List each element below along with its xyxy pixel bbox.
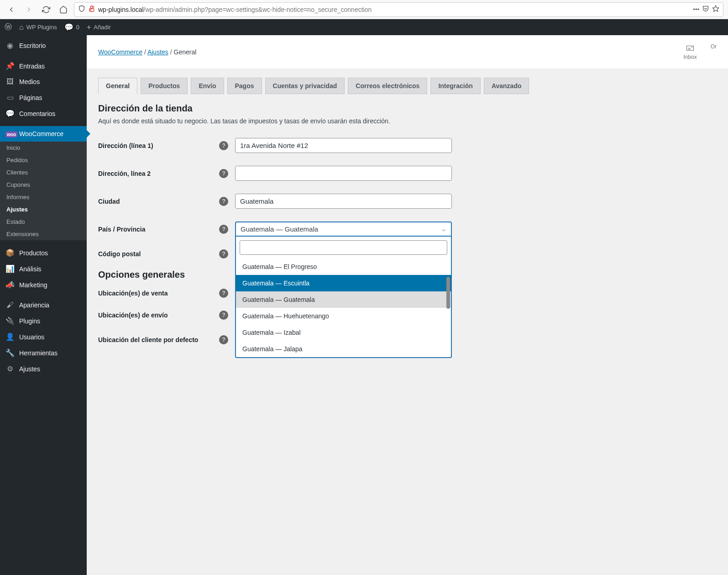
add-new-link[interactable]: +Añadir	[87, 23, 111, 32]
url-text: wp-plugins.local/wp-admin/admin.php?page…	[98, 6, 690, 13]
sliders-icon: ⚙	[5, 364, 15, 373]
pocket-icon[interactable]	[702, 5, 709, 14]
svg-marker-2	[712, 5, 718, 11]
browser-toolbar: wp-plugins.local/wp-admin/admin.php?page…	[0, 0, 728, 19]
menu-ajustes[interactable]: ⚙Ajustes	[0, 361, 87, 377]
insecure-icon	[88, 5, 95, 14]
menu-dashboard[interactable]: ◉Escritorio	[0, 37, 87, 53]
submenu-cupones[interactable]: Cupones	[0, 179, 87, 191]
comment-icon: 💬	[64, 23, 73, 32]
tab-pagos[interactable]: Pagos	[227, 78, 262, 94]
tab-envio[interactable]: Envío	[191, 78, 224, 94]
country-label: País / Provincia	[98, 226, 219, 233]
menu-productos[interactable]: 📦Productos	[0, 245, 87, 261]
address1-input[interactable]	[235, 138, 452, 153]
address2-input[interactable]	[235, 166, 452, 181]
menu-analisis[interactable]: 📊Análisis	[0, 261, 87, 277]
user-icon: 👤	[5, 332, 15, 341]
more-icon[interactable]: •••	[693, 6, 699, 13]
section-desc: Aquí es donde está situado tu negocio. L…	[98, 117, 717, 125]
country-dropdown: Guatemala — El Progreso Guatemala — Escu…	[235, 237, 452, 358]
submenu-informes[interactable]: Informes	[0, 191, 87, 203]
dashboard-icon: ◉	[5, 41, 15, 50]
dropdown-option[interactable]: Guatemala — Escuintla	[236, 275, 451, 291]
settings-tabs: General Productos Envío Pagos Cuentas y …	[87, 69, 728, 94]
page-icon: ▭	[5, 93, 15, 102]
help-icon[interactable]: ?	[219, 249, 228, 258]
menu-media[interactable]: 🖼Medios	[0, 74, 87, 90]
wp-logo[interactable]: ⓦ	[5, 22, 12, 32]
shield-icon	[78, 5, 85, 14]
breadcrumb-current: General	[174, 48, 197, 56]
help-icon[interactable]: ?	[219, 311, 228, 320]
comment-icon: 💬	[5, 109, 15, 118]
city-input[interactable]	[235, 194, 452, 209]
country-select[interactable]: Guatemala — Guatemala	[235, 222, 452, 237]
dropdown-option[interactable]: Guatemala — Jalapa	[236, 341, 451, 357]
submenu-ajustes[interactable]: Ajustes	[0, 203, 87, 216]
tab-cuentas[interactable]: Cuentas y privacidad	[265, 78, 345, 94]
dropdown-option[interactable]: Guatemala — Guatemala	[236, 291, 451, 308]
menu-pages[interactable]: ▭Páginas	[0, 90, 87, 106]
dropdown-option[interactable]: Guatemala — El Progreso	[236, 258, 451, 275]
admin-sidebar: ◉Escritorio 📌Entradas 🖼Medios ▭Páginas 💬…	[0, 35, 87, 575]
dropdown-option[interactable]: Guatemala — Izabal	[236, 324, 451, 341]
scrollbar-thumb[interactable]	[446, 277, 450, 309]
site-link[interactable]: ⌂WP Plugins	[19, 23, 57, 32]
help-icon[interactable]: ?	[219, 289, 228, 298]
submenu-inicio[interactable]: Inicio	[0, 142, 87, 154]
menu-apariencia[interactable]: 🖌Apariencia	[0, 297, 87, 313]
menu-marketing[interactable]: 📣Marketing	[0, 277, 87, 293]
bookmark-icon[interactable]	[712, 5, 719, 14]
box-icon: 📦	[5, 248, 15, 257]
menu-posts[interactable]: 📌Entradas	[0, 58, 87, 74]
country-selected-value: Guatemala — Guatemala	[241, 225, 318, 233]
help-icon[interactable]: ?	[219, 197, 228, 206]
dropdown-option[interactable]: Guatemala — Huehuetenango	[236, 308, 451, 324]
tab-productos[interactable]: Productos	[141, 78, 188, 94]
tab-avanzado[interactable]: Avanzado	[484, 78, 529, 94]
orders-button[interactable]: Or	[711, 43, 717, 60]
chevron-down-icon	[441, 227, 446, 232]
menu-plugins[interactable]: 🔌Plugins	[0, 313, 87, 329]
address1-label: Dirección (línea 1)	[98, 142, 219, 149]
address2-label: Dirección, línea 2	[98, 170, 219, 177]
reload-button[interactable]	[39, 3, 53, 16]
back-button[interactable]	[5, 3, 18, 16]
shipping-label: Ubicación(es) de envío	[98, 311, 219, 319]
tab-correos[interactable]: Correos electrónicos	[348, 78, 427, 94]
inbox-button[interactable]: 🖃Inbox	[683, 43, 697, 60]
selling-label: Ubicación(es) de venta	[98, 290, 219, 297]
dropdown-list: Guatemala — El Progreso Guatemala — Escu…	[236, 258, 451, 357]
home-button[interactable]	[57, 3, 70, 16]
help-icon[interactable]: ?	[219, 169, 228, 178]
menu-herramientas[interactable]: 🔧Herramientas	[0, 345, 87, 361]
help-icon[interactable]: ?	[219, 141, 228, 150]
menu-woocommerce[interactable]: woo WooCommerce	[0, 126, 87, 142]
main-content: WooCommerce / Ajustes / General 🖃Inbox O…	[87, 35, 728, 575]
submenu-clientes[interactable]: Clientes	[0, 166, 87, 179]
woo-icon: woo	[5, 130, 15, 138]
forward-button[interactable]	[22, 3, 36, 16]
section-title: Dirección de la tienda	[98, 103, 717, 114]
postal-label: Código postal	[98, 250, 219, 258]
dropdown-search-input[interactable]	[240, 240, 447, 255]
wp-adminbar: ⓦ ⌂WP Plugins 💬0 +Añadir	[0, 19, 728, 35]
megaphone-icon: 📣	[5, 280, 15, 289]
tab-general[interactable]: General	[98, 78, 137, 94]
submenu-extensiones[interactable]: Extensiones	[0, 228, 87, 240]
submenu-pedidos[interactable]: Pedidos	[0, 154, 87, 166]
breadcrumb-woocommerce[interactable]: WooCommerce	[98, 48, 142, 56]
submenu-estado[interactable]: Estado	[0, 216, 87, 228]
comments-link[interactable]: 💬0	[64, 23, 79, 32]
active-arrow-icon	[87, 130, 90, 137]
help-icon[interactable]: ?	[219, 225, 228, 234]
help-icon[interactable]: ?	[219, 335, 228, 344]
breadcrumb-ajustes[interactable]: Ajustes	[147, 48, 168, 56]
tab-integracion[interactable]: Integración	[430, 78, 480, 94]
url-bar[interactable]: wp-plugins.local/wp-admin/admin.php?page…	[74, 2, 723, 17]
home-icon: ⌂	[19, 23, 24, 32]
menu-usuarios[interactable]: 👤Usuarios	[0, 329, 87, 345]
menu-comments[interactable]: 💬Comentarios	[0, 106, 87, 121]
wordpress-icon: ⓦ	[5, 22, 12, 32]
